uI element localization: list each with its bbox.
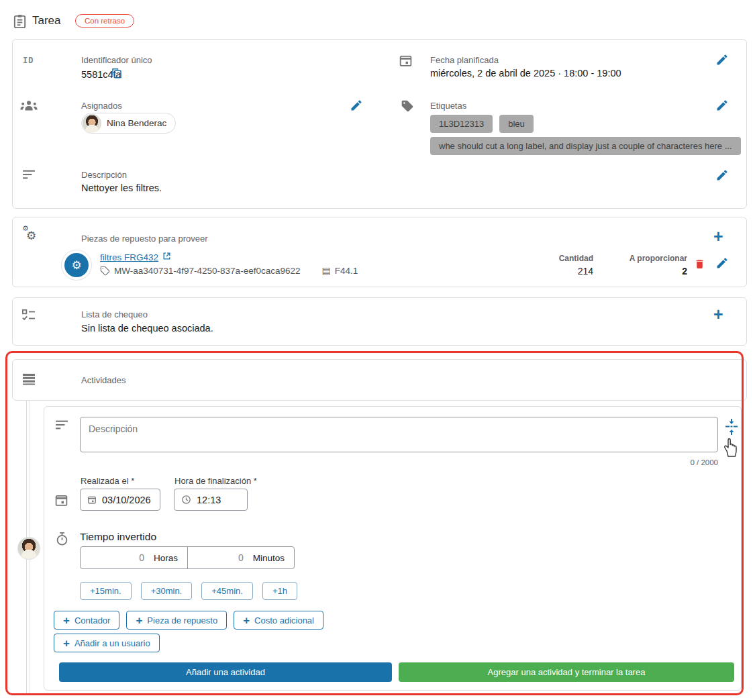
time-spent-title: Tiempo invertido [80, 531, 156, 543]
minutes-value: 0 [238, 552, 244, 563]
quick-30min-button[interactable]: +30min. [141, 582, 193, 600]
add-user-button[interactable]: + Añadir a un usuario [54, 634, 160, 652]
task-clipboard-icon [12, 13, 28, 32]
performed-on-value: 03/10/2026 [102, 495, 151, 505]
add-spare-part-button[interactable]: + Pieza de repuesto [126, 611, 227, 630]
end-time-input[interactable]: 12:13 [174, 489, 248, 511]
spare-part-avatar: ⚙ [61, 250, 92, 281]
tag-pill-long[interactable]: whe should cut a long label, and display… [430, 137, 741, 155]
spare-part-meta: MW-aa340731-4f97-4250-837a-eef0caca9622 … [100, 265, 358, 276]
spare-part-glyph-icon: ⚙ [64, 253, 89, 277]
performed-on-input[interactable]: 03/10/2026 [80, 489, 160, 511]
spare-part-equipment: F44.1 [335, 266, 358, 276]
tags-row-2: whe should cut a long label, and display… [430, 137, 741, 155]
time-spent-inputs: 0 Horas 0 Minutos [80, 546, 295, 569]
tags-label: Etiquetas [430, 101, 466, 111]
assignee-chip[interactable]: Nina Benderac [81, 113, 176, 134]
activity-description-input[interactable] [80, 417, 718, 452]
quantity-label: Cantidad [530, 254, 593, 263]
to-provide-label: A proporcionar [607, 254, 687, 263]
description-icon [21, 169, 36, 183]
description-value: Nettoyer les filtres. [81, 183, 162, 193]
add-activity-finish-task-button[interactable]: Agregar una actividad y terminar la tare… [399, 662, 734, 682]
hours-input[interactable]: 0 Horas [81, 547, 187, 568]
quantity-value: 214 [530, 266, 593, 277]
spare-part-link[interactable]: filtres FRG432 [100, 252, 158, 262]
hand-cursor-icon [722, 436, 740, 460]
char-counter: 0 / 2000 [80, 458, 718, 466]
spare-part-code: MW-aa340731-4f97-4250-837a-eef0caca9622 [114, 266, 300, 276]
plus-icon: + [63, 638, 70, 649]
calendar-icon [399, 53, 413, 70]
minutes-input[interactable]: 0 Minutos [187, 547, 294, 568]
quick-15min-button[interactable]: +15min. [80, 582, 132, 600]
calendar-small-icon [87, 495, 97, 505]
activity-author-avatar [17, 537, 40, 560]
checklist-icon [21, 309, 36, 325]
checklist-card: Lista de chequeo Sin lista de chequeo as… [12, 297, 747, 346]
edit-assignees-icon[interactable] [350, 99, 363, 115]
edit-tags-icon[interactable] [715, 99, 729, 115]
plus-icon: + [136, 615, 142, 626]
add-extra-buttons: + Contador + Pieza de repuesto + Costo a… [54, 611, 323, 630]
id-label: Identificador único [81, 55, 152, 65]
planned-date-value: miércoles, 2 de abril de 2025 · 18:00 - … [430, 68, 621, 79]
spare-parts-title: Piezas de repuesto para proveer [81, 234, 208, 244]
resize-handle-icon[interactable] [724, 418, 739, 438]
activity-description-icon [54, 419, 69, 433]
small-tag-icon [100, 266, 110, 276]
quick-1h-button[interactable]: +1h [262, 582, 297, 600]
description-label: Descripción [81, 170, 127, 180]
add-counter-button[interactable]: + Contador [54, 611, 119, 630]
stopwatch-icon [56, 532, 68, 549]
quantity-block: Cantidad 214 [530, 254, 593, 277]
spare-parts-card: ⚙ ⚙ Piezas de repuesto para proveer + ⚙ … [12, 217, 747, 287]
add-user-row: + Añadir a un usuario [54, 634, 160, 652]
details-card: ID Identificador único 5581c4fa Fecha pl… [12, 39, 747, 209]
hours-unit: Horas [154, 553, 178, 563]
edit-planned-date-icon[interactable] [715, 53, 729, 69]
edit-description-icon[interactable] [715, 168, 729, 185]
performed-on-label: Realizada el * [81, 476, 134, 486]
quick-45min-button[interactable]: +45min. [201, 582, 253, 600]
page-title: Tarea [32, 14, 61, 28]
activities-header-card: Actividades [12, 359, 747, 401]
activity-form-card: 0 / 2000 Realizada el * 03/10/2026 Hora … [44, 406, 742, 691]
to-provide-value: 2 [607, 266, 687, 277]
add-checklist-icon[interactable]: + [713, 307, 723, 321]
assignee-name: Nina Benderac [107, 118, 166, 128]
clock-icon [181, 495, 191, 505]
task-detail-page: Tarea Con retraso ID Identificador único… [0, 0, 753, 700]
assignees-icon [20, 99, 38, 114]
checklist-title: Lista de chequeo [81, 309, 148, 319]
tag-pill[interactable]: bleu [499, 115, 534, 133]
plus-icon: + [63, 615, 70, 626]
tag-pill[interactable]: 1L3D12313 [430, 115, 493, 133]
hours-value: 0 [139, 552, 144, 563]
equipment-icon: ▤ [321, 265, 330, 276]
tags-row: 1L3D12313 bleu [430, 115, 534, 133]
minutes-unit: Minutos [253, 553, 285, 563]
planned-date-label: Fecha planificada [430, 55, 499, 65]
add-additional-cost-button[interactable]: + Costo adicional [234, 611, 323, 630]
add-spare-part-icon[interactable]: + [713, 230, 723, 243]
add-activity-button[interactable]: Añadir una actividad [59, 662, 392, 682]
assignee-avatar [83, 114, 101, 133]
tag-icon [401, 99, 414, 115]
activity-date-icon [54, 493, 68, 510]
external-link-icon[interactable] [162, 251, 171, 263]
copy-icon[interactable] [111, 66, 123, 83]
delete-spare-part-icon[interactable] [694, 258, 705, 273]
end-time-label: Hora de finalización * [174, 476, 257, 486]
status-badge: Con retraso [75, 14, 134, 28]
quick-time-buttons: +15min. +30min. +45min. +1h [80, 582, 297, 600]
assignees-label: Asignados [81, 101, 122, 111]
edit-spare-part-icon[interactable] [715, 256, 729, 272]
activities-title: Actividades [81, 375, 126, 385]
activities-icon [22, 373, 36, 388]
plus-icon: + [243, 615, 250, 626]
to-provide-block: A proporcionar 2 [607, 254, 687, 277]
checklist-empty-text: Sin lista de chequeo asociada. [81, 323, 213, 334]
id-icon: ID [23, 56, 34, 65]
end-time-value: 12:13 [197, 495, 221, 505]
